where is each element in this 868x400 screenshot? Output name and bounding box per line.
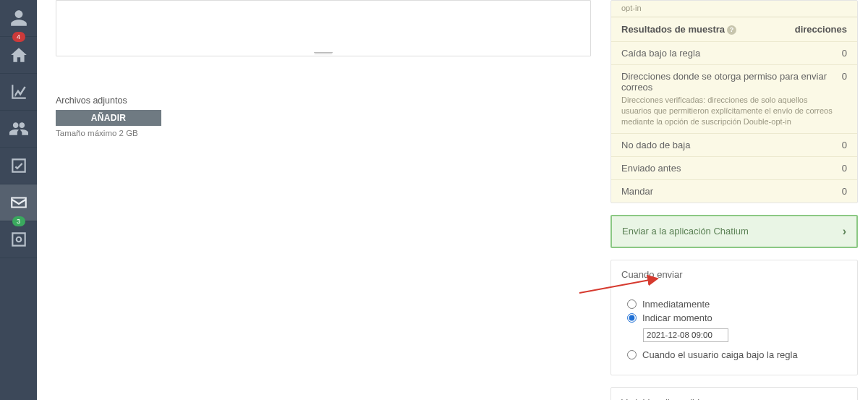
results-header-left: Resultados de muestra? [621,24,736,35]
nav-analytics[interactable] [0,74,37,111]
schedule-header[interactable]: Cuando enviar [611,260,857,289]
chevron-right-icon: › [843,396,847,400]
chevron-right-icon: › [843,225,846,238]
mail-icon [9,193,28,212]
gear-square-icon [9,230,28,249]
result-label: No dado de baja [621,140,842,150]
chatium-label: Enviar a la aplicación Chatium [622,226,749,237]
radio-now[interactable] [627,299,637,309]
result-label: Caída bajo la regla [621,48,842,59]
result-label: Mandar [621,186,842,197]
main-column: Archivos adjuntos AÑADIR Tamaño máximo 2… [37,0,610,400]
nav-rail: 4 3 [0,0,37,400]
schedule-opt-rule[interactable]: Cuando el usuario caiga bajo la regla [627,349,841,360]
group-icon [9,119,28,138]
result-row: No dado de baja 0 [611,133,857,156]
result-label: Enviado antes [621,163,842,174]
chart-icon [9,82,28,101]
result-value: 0 [842,71,847,82]
person-icon [9,9,28,27]
attachments-label: Archivos adjuntos [56,95,591,106]
nav-mail[interactable]: 3 [0,184,37,221]
nav-settings[interactable] [0,221,37,258]
variables-available-panel[interactable]: Variables disponibles › [610,387,858,400]
nav-tasks[interactable] [0,148,37,184]
result-value: 0 [842,186,847,197]
radio-at[interactable] [627,313,637,323]
chatium-panel[interactable]: Enviar a la aplicación Chatium › [610,215,858,248]
result-value: 0 [842,140,847,150]
radio-rule[interactable] [627,350,637,359]
editor-area[interactable] [56,0,591,56]
nav-users[interactable] [0,111,37,148]
schedule-opt-now[interactable]: Inmediatamente [627,299,841,310]
result-row: Mandar 0 [611,179,857,203]
result-label: Direcciones donde se otorga permiso para… [621,71,827,93]
attachments-size-hint: Tamaño máximo 2 GB [56,129,591,137]
result-row: Direcciones donde se otorga permiso para… [611,64,857,133]
add-attachment-button[interactable]: AÑADIR [56,110,161,126]
result-value: 0 [842,48,847,59]
home-icon [9,46,28,64]
results-header-right: direcciones [795,24,847,35]
schedule-datetime-input[interactable] [643,328,728,342]
nav-profile[interactable]: 4 [0,0,37,37]
result-row: Caída bajo la regla 0 [611,41,857,64]
result-desc: Direcciones verificadas: direcciones de … [621,95,836,127]
help-icon[interactable]: ? [727,25,736,35]
results-top-note: opt-in [611,1,857,17]
check-square-icon [9,156,28,175]
nav-home[interactable] [0,37,37,74]
results-panel: opt-in Resultados de muestra? direccione… [610,0,858,203]
resize-handle-icon[interactable] [314,51,333,54]
result-row: Enviado antes 0 [611,156,857,179]
schedule-panel: Cuando enviar Inmediatamente Indicar mom… [610,260,858,375]
schedule-opt-at[interactable]: Indicar momento [627,312,841,323]
right-column: opt-in Resultados de muestra? direccione… [610,0,868,400]
result-value: 0 [842,163,847,174]
